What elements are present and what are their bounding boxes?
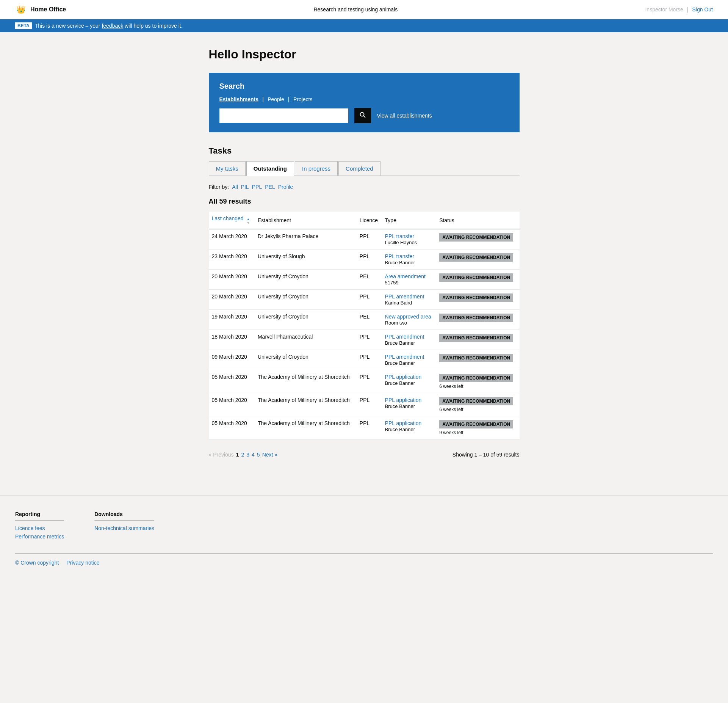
- cell-type-4: New approved area Room two: [382, 310, 437, 330]
- tab-in-progress[interactable]: In progress: [295, 161, 338, 176]
- site-header: 👑 Home Office Research and testing using…: [0, 0, 728, 19]
- table-row: 05 March 2020 The Academy of Millinery a…: [209, 393, 520, 416]
- type-sub-3: Karina Baird: [385, 300, 412, 306]
- header-center-text: Research and testing using animals: [313, 6, 398, 13]
- search-heading: Search: [219, 82, 509, 91]
- footer-link-licence-fees[interactable]: Licence fees: [15, 525, 64, 531]
- feedback-link[interactable]: feedback: [102, 23, 123, 29]
- type-link-7[interactable]: PPL application: [385, 374, 434, 380]
- type-sub-1: Bruce Banner: [385, 260, 415, 265]
- cell-establishment-8: The Academy of Millinery at Shoreditch: [255, 393, 357, 416]
- sign-out-link[interactable]: Sign Out: [692, 6, 713, 13]
- table-row: 05 March 2020 The Academy of Millinery a…: [209, 370, 520, 393]
- cell-date-3: 20 March 2020: [209, 290, 255, 310]
- footer-crown-copyright[interactable]: © Crown copyright: [15, 560, 59, 566]
- footer-downloads-heading: Downloads: [94, 511, 154, 521]
- status-badge-1: AWAITING RECOMMENDATION: [439, 253, 513, 262]
- cell-licence-0: PPL: [357, 229, 382, 250]
- pagination: « Previous 1 2 3 4 5 Next »: [209, 452, 278, 458]
- type-sub-7: Bruce Banner: [385, 380, 415, 386]
- filter-pel[interactable]: PEL: [265, 184, 275, 190]
- cell-date-8: 05 March 2020: [209, 393, 255, 416]
- cell-status-1: AWAITING RECOMMENDATION: [436, 250, 519, 270]
- cell-establishment-9: The Academy of Millinery at Shoreditch: [255, 416, 357, 439]
- table-row: 20 March 2020 University of Croydon PPL …: [209, 290, 520, 310]
- pagination-page-5[interactable]: 5: [257, 452, 260, 458]
- cell-establishment-5: Marvell Pharmaceutical: [255, 330, 357, 350]
- table-row: 05 March 2020 The Academy of Millinery a…: [209, 416, 520, 439]
- tasks-tabs: My tasks Outstanding In progress Complet…: [209, 161, 520, 176]
- cell-status-3: AWAITING RECOMMENDATION: [436, 290, 519, 310]
- footer-downloads: Downloads Non-technical summaries: [94, 511, 154, 542]
- tab-outstanding[interactable]: Outstanding: [246, 161, 294, 176]
- type-link-6[interactable]: PPL amendment: [385, 354, 434, 360]
- beta-banner: BETA This is a new service – your feedba…: [0, 19, 728, 32]
- cell-date-1: 23 March 2020: [209, 250, 255, 270]
- type-link-0[interactable]: PPL transfer: [385, 233, 434, 239]
- type-link-3[interactable]: PPL amendment: [385, 293, 434, 300]
- tab-completed[interactable]: Completed: [338, 161, 380, 176]
- footer-privacy-notice[interactable]: Privacy notice: [66, 560, 99, 566]
- type-link-5[interactable]: PPL amendment: [385, 334, 434, 340]
- filter-pil[interactable]: PIL: [241, 184, 249, 190]
- cell-type-9: PPL application Bruce Banner: [382, 416, 437, 439]
- cell-establishment-6: University of Croydon: [255, 350, 357, 370]
- status-badge-7: AWAITING RECOMMENDATION: [439, 374, 513, 382]
- pagination-page-4[interactable]: 4: [252, 452, 255, 458]
- table-row: 19 March 2020 University of Croydon PEL …: [209, 310, 520, 330]
- table-row: 09 March 2020 University of Croydon PPL …: [209, 350, 520, 370]
- status-badge-2: AWAITING RECOMMENDATION: [439, 273, 513, 282]
- cell-licence-6: PPL: [357, 350, 382, 370]
- footer-link-performance-metrics[interactable]: Performance metrics: [15, 534, 64, 540]
- search-tab-establishments[interactable]: Establishments: [219, 96, 258, 102]
- search-input[interactable]: [219, 108, 348, 123]
- footer-columns: Reporting Licence fees Performance metri…: [15, 511, 713, 542]
- tab-my-tasks[interactable]: My tasks: [209, 161, 246, 176]
- type-sub-5: Bruce Banner: [385, 340, 415, 346]
- type-link-9[interactable]: PPL application: [385, 420, 434, 426]
- table-row: 20 March 2020 University of Croydon PEL …: [209, 270, 520, 290]
- cell-licence-2: PEL: [357, 270, 382, 290]
- tasks-table: Last changed ▲ ▼ Establishment Licence T…: [209, 212, 520, 439]
- status-badge-0: AWAITING RECOMMENDATION: [439, 233, 513, 242]
- pagination-page-2[interactable]: 2: [241, 452, 244, 458]
- type-link-2[interactable]: Area amendment: [385, 273, 434, 279]
- search-tab-projects[interactable]: Projects: [293, 96, 313, 102]
- col-establishment: Establishment: [255, 212, 357, 229]
- cell-establishment-1: University of Slough: [255, 250, 357, 270]
- cell-licence-1: PPL: [357, 250, 382, 270]
- type-link-1[interactable]: PPL transfer: [385, 253, 434, 259]
- footer-link-non-technical-summaries[interactable]: Non-technical summaries: [94, 525, 154, 531]
- type-sub-6: Bruce Banner: [385, 360, 415, 366]
- beta-text: This is a new service – your feedback wi…: [35, 23, 183, 29]
- search-tabs: Establishments | People | Projects: [219, 96, 509, 103]
- cell-date-2: 20 March 2020: [209, 270, 255, 290]
- status-sub-7: 6 weeks left: [439, 384, 516, 389]
- pagination-page-3[interactable]: 3: [246, 452, 249, 458]
- cell-status-8: AWAITING RECOMMENDATION 6 weeks left: [436, 393, 519, 416]
- beta-tag: BETA: [15, 22, 32, 29]
- status-badge-5: AWAITING RECOMMENDATION: [439, 334, 513, 342]
- table-row: 18 March 2020 Marvell Pharmaceutical PPL…: [209, 330, 520, 350]
- filter-profile[interactable]: Profile: [278, 184, 293, 190]
- col-type: Type: [382, 212, 437, 229]
- search-tab-people[interactable]: People: [268, 96, 284, 102]
- filter-ppl[interactable]: PPL: [252, 184, 262, 190]
- crown-icon: 👑: [15, 4, 27, 15]
- pagination-next[interactable]: Next »: [262, 452, 277, 458]
- header-separator: |: [687, 6, 689, 13]
- pagination-row: « Previous 1 2 3 4 5 Next » Showing 1 – …: [209, 443, 520, 458]
- cell-date-5: 18 March 2020: [209, 330, 255, 350]
- search-button[interactable]: [354, 108, 371, 123]
- type-link-8[interactable]: PPL application: [385, 397, 434, 403]
- search-input-row: View all establishments: [219, 108, 509, 123]
- cell-licence-3: PPL: [357, 290, 382, 310]
- user-name: Inspector Morse: [645, 6, 683, 13]
- table-row: 23 March 2020 University of Slough PPL P…: [209, 250, 520, 270]
- col-last-changed[interactable]: Last changed ▲ ▼: [209, 212, 255, 229]
- view-all-establishments-link[interactable]: View all establishments: [377, 113, 432, 119]
- cell-date-9: 05 March 2020: [209, 416, 255, 439]
- filter-all[interactable]: All: [232, 184, 238, 190]
- type-link-4[interactable]: New approved area: [385, 314, 434, 320]
- cell-date-0: 24 March 2020: [209, 229, 255, 250]
